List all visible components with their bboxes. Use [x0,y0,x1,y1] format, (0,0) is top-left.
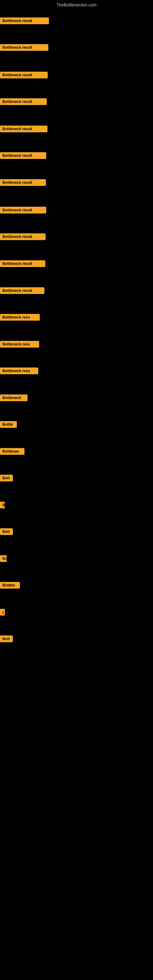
badge-container-19: B [0,502,5,510]
badge-container-3: Bottleneck result [0,72,48,80]
bottleneck-result-badge-6[interactable]: Bottleneck result [0,152,46,159]
bottleneck-result-badge-10[interactable]: Bottleneck result [0,260,45,267]
bottleneck-result-badge-1[interactable]: Bottleneck result [0,18,49,24]
bottleneck-result-badge-3[interactable]: Bottleneck result [0,72,48,78]
bottleneck-result-badge-2[interactable]: Bottleneck result [0,44,48,51]
badge-container-7: Bottleneck result [0,179,46,187]
bottleneck-result-badge-21[interactable]: Bo [0,555,7,562]
bottleneck-result-badge-9[interactable]: Bottleneck result [0,233,46,240]
badge-container-24: Bott [0,635,13,643]
badge-container-21: Bo [0,555,7,563]
badge-container-14: Bottleneck resu [0,368,38,375]
bottleneck-result-badge-13[interactable]: Bottleneck resu [0,341,39,348]
bottleneck-result-badge-16[interactable]: Bottle [0,421,17,428]
badge-container-16: Bottle [0,421,17,429]
bottleneck-result-badge-8[interactable]: Bottleneck result [0,207,46,213]
badge-container-2: Bottleneck result [0,44,48,52]
bottleneck-result-badge-15[interactable]: Bottleneck [0,395,27,401]
badge-container-11: Bottleneck result [0,287,45,295]
badge-container-13: Bottleneck resu [0,341,39,349]
bottleneck-result-badge-20[interactable]: Bott [0,528,13,535]
badge-container-18: Bott [0,475,13,483]
badge-container-15: Bottleneck [0,395,27,402]
badge-container-10: Bottleneck result [0,260,45,268]
bottleneck-result-badge-7[interactable]: Bottleneck result [0,179,46,186]
badge-container-23: | [0,609,5,617]
bottleneck-result-badge-22[interactable]: Bottlen [0,582,20,589]
bottleneck-result-badge-18[interactable]: Bott [0,475,13,481]
badge-container-4: Bottleneck result [0,98,47,106]
badge-container-17: Bottlenec [0,448,24,456]
badge-container-12: Bottleneck resu [0,314,40,322]
bottleneck-result-badge-14[interactable]: Bottleneck resu [0,368,38,374]
site-title: TheBottlenecker.com [0,0,153,9]
badge-container-1: Bottleneck result [0,18,49,25]
bottleneck-result-badge-11[interactable]: Bottleneck result [0,287,45,294]
badge-container-8: Bottleneck result [0,207,46,215]
bottleneck-result-badge-5[interactable]: Bottleneck result [0,126,48,132]
bottleneck-result-badge-12[interactable]: Bottleneck resu [0,314,40,321]
badge-container-9: Bottleneck result [0,233,46,241]
badge-container-6: Bottleneck result [0,152,46,160]
badge-container-5: Bottleneck result [0,126,48,134]
badge-container-22: Bottlen [0,582,20,590]
bottleneck-result-badge-4[interactable]: Bottleneck result [0,98,47,105]
badge-container-20: Bott [0,528,13,536]
bottleneck-result-badge-17[interactable]: Bottlenec [0,448,24,455]
bottleneck-result-badge-19[interactable]: B [0,502,5,508]
bottleneck-result-badge-23[interactable]: | [0,609,5,616]
bottleneck-result-badge-24[interactable]: Bott [0,635,13,642]
